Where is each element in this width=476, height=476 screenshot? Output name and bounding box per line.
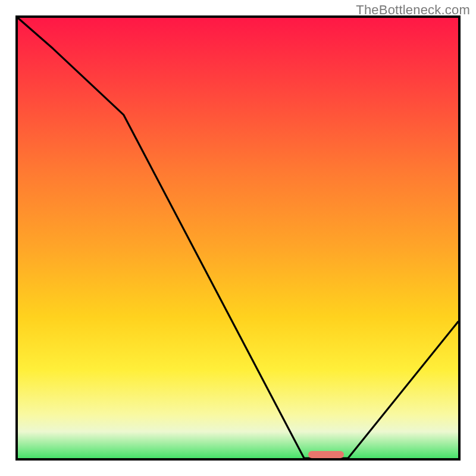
x-axis-highlight-segment xyxy=(308,451,343,458)
chart-frame xyxy=(15,15,461,461)
curve-path xyxy=(18,18,458,458)
chart-curve xyxy=(18,18,458,458)
